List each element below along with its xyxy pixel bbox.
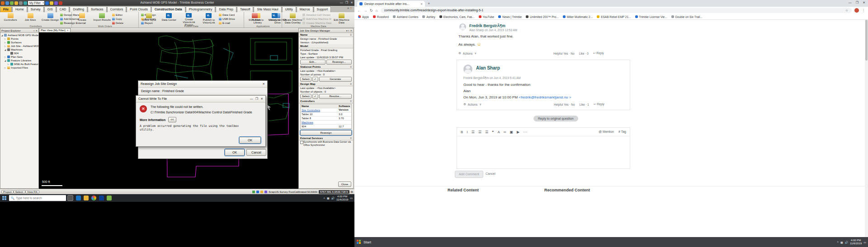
more-information-toggle-button[interactable]: << (168, 117, 176, 122)
controller-row[interactable]: 90412.7 (301, 125, 351, 129)
ribbon-button[interactable]: VisionLink (264, 13, 284, 26)
controller-row[interactable]: Tablet 103.0 (301, 112, 351, 117)
ribbon-tab[interactable]: Drafting (70, 6, 87, 12)
tree-item[interactable]: ▷ Plan Sets (0, 55, 38, 59)
format-tool-icon[interactable]: ⋯ (523, 130, 527, 134)
tree-item[interactable]: ◢ Feature Libraries (0, 59, 38, 62)
reply-button[interactable]: ↩ Reply (594, 103, 604, 106)
clock[interactable]: 4:00 PM11/6/2019 (336, 195, 348, 201)
layer-icon[interactable] (264, 191, 267, 193)
stakeout-check-button[interactable]: ✓ (312, 77, 318, 82)
browser-tab[interactable]: Design export trouble after ins... ✕ (357, 1, 425, 7)
status-gear-icon[interactable]: ⚙ (351, 190, 353, 193)
bookmark-item[interactable]: Trimble License Vie... (635, 15, 667, 19)
cancel-button[interactable]: Cancel (486, 172, 495, 175)
file-explorer-icon[interactable] (84, 196, 89, 200)
helpful-vote[interactable]: Helpful Yes · No (553, 52, 575, 55)
ribbon-tab[interactable]: Corridors (107, 6, 127, 12)
bookmark-item[interactable]: Apps (358, 15, 369, 19)
ribbon-tab[interactable]: Macros (297, 6, 313, 12)
ribbon-button[interactable]: Office Sync (139, 13, 159, 26)
ribbon-button[interactable]: Delete (112, 21, 141, 25)
ribbon-button[interactable]: Job Sites (20, 13, 40, 26)
ribbon-tab[interactable]: Photogrammetry (186, 6, 216, 12)
format-tool-icon[interactable]: ▶ (517, 130, 519, 134)
tree-expander-icon[interactable]: ▷ (4, 45, 6, 47)
ribbon-tab[interactable]: CAD (57, 6, 70, 12)
bookmark-item[interactable]: YouTube (479, 15, 495, 19)
reload-button[interactable]: ↻ (370, 9, 373, 13)
like-button[interactable]: Like · 1 (580, 103, 589, 106)
tbc-app-icon[interactable] (99, 196, 104, 200)
ribbon-button[interactable]: Import Results (92, 13, 112, 26)
ribbon-tab[interactable]: Utility (282, 6, 296, 12)
app-icon[interactable] (107, 196, 112, 200)
ribbon-button[interactable]: Detailed Cell Viewer (302, 13, 331, 17)
ribbon-button[interactable]: SCS Data (245, 13, 264, 26)
controller-row[interactable]: Site Controllers (301, 108, 351, 112)
tbc-maximize-button[interactable]: ❐ (345, 1, 348, 5)
search-input[interactable]: 🔍 Type here to search (9, 195, 66, 201)
error-ok-button[interactable]: OK (239, 137, 261, 144)
tree-expander-icon[interactable]: ◢ (4, 60, 6, 62)
home-button[interactable]: ⌂ (376, 9, 378, 13)
bookmark-item[interactable]: ESAB Rebel EMP 21... (597, 15, 631, 19)
ribbon-button[interactable]: Create Design (40, 13, 60, 26)
chrome-icon[interactable] (91, 196, 96, 200)
format-tool-icon[interactable]: ☰ (478, 130, 481, 134)
close-icon[interactable]: ✕ (35, 29, 38, 32)
reply-to-original-question-button[interactable]: Reply to original question (533, 116, 578, 121)
status-chip[interactable]: Select: (14, 190, 25, 194)
edit-button[interactable]: Edit... (300, 60, 326, 65)
avatar[interactable] (459, 23, 466, 30)
mention-button[interactable]: @ Mention (599, 130, 614, 133)
tray-chevron-icon[interactable]: ˄ (323, 197, 325, 200)
pin-icon[interactable]: ▪ (33, 29, 34, 32)
status-chip[interactable]: View Filt (25, 190, 39, 194)
tree-expander-icon[interactable]: ▷ (4, 67, 6, 69)
ribbon-button[interactable]: Publish to VisionLink (199, 13, 219, 26)
format-tool-icon[interactable]: A (497, 130, 500, 134)
network-icon[interactable]: ▦ (327, 196, 330, 200)
tag-button[interactable]: # Tag (618, 130, 626, 133)
post-author[interactable]: Alan Sharp (476, 65, 500, 70)
tree-expander-icon[interactable]: ▷ (4, 56, 6, 58)
helpful-vote[interactable]: Helpful Yes · No (554, 103, 575, 106)
ribbon-button[interactable]: Create Machine Data Surface (302, 21, 331, 25)
reassign-model-button[interactable]: Reassign... (326, 60, 352, 65)
volume-icon[interactable]: 🔊 (845, 241, 849, 244)
help-icon[interactable]: ? (350, 7, 352, 10)
map-resolve-button[interactable]: Resolve... (319, 94, 352, 99)
bookmark-item[interactable]: Miller Multimatic 2... (563, 15, 593, 19)
pin-icon[interactable]: ▪ (348, 29, 349, 32)
tbc-minimize-button[interactable]: — (340, 1, 343, 5)
ribbon-tab[interactable]: Data Prep (216, 6, 236, 12)
bookmark-item[interactable]: Unlimited 200™ Pro... (526, 15, 559, 19)
tab-close-icon[interactable]: ✕ (420, 2, 423, 5)
tree-item[interactable]: ▷ Surfaces (0, 41, 38, 44)
tree-item[interactable]: ◢ Ashland MOB GPS Model (0, 33, 38, 37)
like-button[interactable]: Like · 0 (579, 52, 589, 55)
panel-close-button[interactable]: Close (338, 182, 351, 187)
ribbon-button[interactable]: USB Drive (219, 17, 248, 21)
ribbon-collapse-icon[interactable]: ˄ (347, 7, 349, 10)
avatar[interactable] (463, 65, 472, 74)
minimize-icon[interactable]: — (250, 96, 253, 102)
close-icon[interactable]: ✕ (262, 81, 265, 87)
notification-icon[interactable]: ▭ (350, 196, 353, 200)
tree-expander-icon[interactable]: ▷ (4, 38, 6, 40)
tree-expander-icon[interactable]: ▷ (7, 63, 9, 65)
bookmark-item[interactable]: Double on Six Trail... (671, 15, 703, 19)
ribbon-button[interactable]: Data Card (219, 13, 248, 17)
start-button[interactable]: Start (354, 240, 371, 244)
ribbon-button[interactable]: Controllers (0, 13, 20, 26)
close-icon[interactable]: ✕ (260, 96, 263, 102)
reassign-cancel-button[interactable]: Cancel (246, 149, 266, 156)
new-tab-button[interactable]: + (428, 1, 430, 6)
ribbon-tab[interactable]: Point Clouds (127, 6, 151, 12)
stakeout-generate-button[interactable]: Generate (319, 77, 352, 82)
comment-composer[interactable]: BI☰☰☰❝A∞▣▶⋯ @ Mention # Tag (457, 127, 630, 169)
bookmark-item[interactable]: Ashland Comles (393, 15, 418, 19)
browser-menu-icon[interactable]: ⋮ (862, 9, 865, 13)
ribbon-tab[interactable]: Survey (28, 6, 44, 12)
